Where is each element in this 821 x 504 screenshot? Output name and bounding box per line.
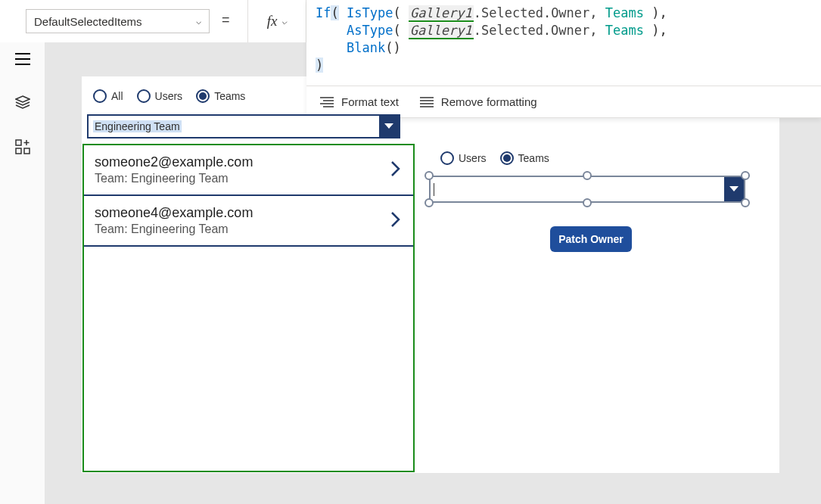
remove-formatting-label: Remove formatting [441, 95, 537, 108]
formula-bar[interactable]: If( IsType( Gallery1.Selected.Owner, Tea… [306, 0, 821, 118]
grid-add-icon[interactable] [15, 139, 30, 154]
chevron-right-icon[interactable] [390, 160, 401, 180]
svg-rect-0 [15, 53, 30, 54]
selection-handle[interactable] [424, 198, 434, 207]
svg-rect-6 [24, 148, 30, 154]
radio-circle-icon [440, 151, 454, 165]
formula-toolbar: Format text Remove formatting [306, 86, 821, 117]
property-dropdown[interactable]: DefaultSelectedItems ⌵ [26, 9, 210, 33]
remove-formatting-button[interactable]: Remove formatting [420, 95, 537, 108]
gallery-item-team: Team: Engineering Team [95, 222, 403, 236]
radio-teams[interactable]: Teams [500, 151, 549, 165]
selection-handle[interactable] [583, 171, 592, 180]
radio-label: Users [155, 90, 183, 102]
format-text-label: Format text [341, 95, 399, 108]
gallery-item[interactable]: someone2@example.com Team: Engineering T… [84, 145, 413, 196]
selection-handle[interactable] [424, 171, 434, 180]
svg-rect-4 [16, 140, 21, 145]
fx-label: fx [267, 13, 278, 30]
hamburger-icon[interactable] [15, 53, 30, 65]
radio-circle-selected-icon [196, 89, 210, 103]
property-dropdown-value: DefaultSelectedItems [34, 15, 142, 28]
patch-owner-button[interactable]: Patch Owner [550, 226, 632, 252]
team-combobox[interactable]: Engineering Team [87, 114, 400, 138]
radio-teams[interactable]: Teams [196, 89, 245, 103]
radio-circle-selected-icon [500, 151, 514, 165]
formula-table-teams: Teams [605, 23, 644, 38]
left-radio-group: All Users Teams [93, 89, 245, 103]
radio-label: Users [459, 152, 487, 164]
chevron-down-icon: ⌵ [196, 16, 201, 26]
svg-marker-3 [16, 96, 30, 102]
formula-paren-close: ) [316, 58, 323, 73]
chevron-down-icon [379, 116, 399, 137]
chevron-down-icon [724, 177, 744, 201]
formula-paren-open: ( [331, 5, 338, 20]
patch-owner-label: Patch Owner [558, 233, 624, 245]
gallery[interactable]: someone2@example.com Team: Engineering T… [82, 144, 415, 472]
svg-rect-5 [16, 148, 21, 154]
radio-label: Teams [518, 152, 549, 164]
radio-circle-icon [137, 89, 151, 103]
team-combobox-value: Engineering Team [93, 120, 182, 132]
formula-kw-istype: IsType [347, 5, 393, 20]
format-text-button[interactable]: Format text [320, 95, 399, 108]
gallery-item[interactable]: someone4@example.com Team: Engineering T… [84, 196, 413, 247]
formula-table-teams: Teams [605, 5, 644, 20]
svg-marker-18 [729, 186, 739, 191]
nav-rail [0, 0, 45, 504]
selection-handle[interactable] [583, 198, 592, 207]
radio-users[interactable]: Users [137, 89, 183, 103]
chevron-right-icon[interactable] [390, 211, 401, 231]
right-radio-group: Users Teams [440, 151, 549, 165]
formula-text[interactable]: If( IsType( Gallery1.Selected.Owner, Tea… [306, 0, 821, 79]
formula-id-gallery: Gallery1 [409, 23, 474, 39]
equals-label: = [222, 12, 230, 28]
formula-prop: .Selected.Owner, [474, 5, 605, 20]
svg-rect-1 [15, 58, 30, 60]
formula-kw-astype: AsType [347, 23, 393, 38]
radio-users[interactable]: Users [440, 151, 487, 165]
selection-handle[interactable] [741, 198, 750, 207]
chevron-down-icon: ⌵ [281, 16, 287, 27]
formula-kw-if: If [316, 5, 331, 20]
text-cursor [434, 183, 434, 196]
svg-rect-2 [15, 64, 30, 65]
radio-label: All [111, 90, 123, 102]
formula-id-gallery: Gallery1 [409, 5, 474, 22]
formula-kw-blank: Blank [347, 40, 385, 55]
gallery-item-email: someone4@example.com [95, 205, 403, 221]
svg-marker-17 [384, 123, 393, 129]
formula-prop: .Selected.Owner, [474, 23, 605, 38]
fx-button[interactable]: fx ⌵ [247, 0, 306, 42]
radio-all[interactable]: All [93, 89, 123, 103]
radio-circle-icon [93, 89, 107, 103]
gallery-item-team: Team: Engineering Team [95, 172, 403, 185]
gallery-item-email: someone2@example.com [95, 154, 403, 170]
selection-handle[interactable] [741, 171, 750, 180]
layers-icon[interactable] [15, 95, 30, 109]
radio-label: Teams [214, 90, 245, 102]
